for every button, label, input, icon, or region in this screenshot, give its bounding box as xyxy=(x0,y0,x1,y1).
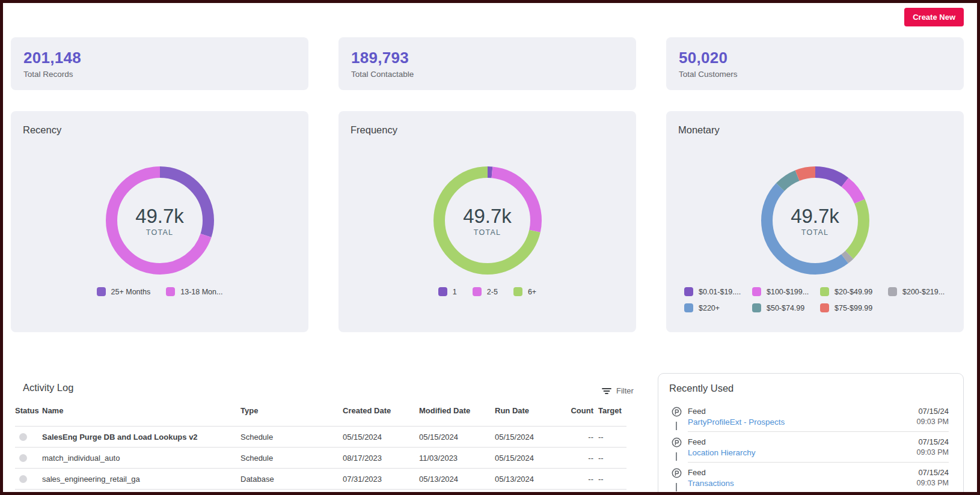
name-cell: SalesEng Purge DB and Load Lookups v2 xyxy=(42,433,240,442)
legend-item[interactable]: $200-$219... xyxy=(888,287,956,296)
status-cell xyxy=(15,454,42,462)
legend-item[interactable]: $50-$74.99 xyxy=(752,303,820,312)
donut-chart[interactable]: 49.7k TOTAL xyxy=(433,166,542,275)
table-row[interactable]: sales_engineering_retail_ga Database 07/… xyxy=(15,469,626,490)
legend-item[interactable]: $20-$49.99 xyxy=(820,287,888,296)
legend-label: 25+ Months xyxy=(111,288,151,296)
legend-label: $0.01-$19.... xyxy=(699,288,741,296)
run-date-cell: 05/13/2024 xyxy=(495,475,555,484)
legend-label: $220+ xyxy=(699,304,720,312)
legend-label: 2-5 xyxy=(487,288,498,296)
legend-label: $200-$219... xyxy=(902,288,945,296)
donut-chart[interactable]: 49.7k TOTAL xyxy=(761,166,869,275)
legend-label: 1 xyxy=(453,288,457,296)
item-link[interactable]: PartyProfileExt - Prospects xyxy=(688,418,785,427)
filter-icon xyxy=(602,387,611,395)
timeline-connector xyxy=(676,483,677,491)
donut-chart[interactable]: 49.7k TOTAL xyxy=(106,166,214,275)
legend-item[interactable]: 2-5 xyxy=(473,287,498,296)
column-header: Status xyxy=(15,406,42,415)
legend-label: $100-$199... xyxy=(767,288,809,296)
chart-card: Recency 49.7k TOTAL 25+ Months 13-18 Mon… xyxy=(11,111,308,332)
legend-label: $50-$74.99 xyxy=(767,304,804,312)
chart-legend: 25+ Months 13-18 Mon... xyxy=(11,287,308,296)
donut-svg xyxy=(761,166,869,275)
legend-label: $20-$49.99 xyxy=(835,288,872,296)
legend-label: $75-$99.99 xyxy=(835,304,872,312)
dashboard-page: Create New 201,148 Total Records 189,793… xyxy=(3,3,977,492)
legend-swatch-icon xyxy=(820,287,829,296)
stat-card: 50,020 Total Customers xyxy=(666,37,964,90)
stat-card: 189,793 Total Contactable xyxy=(338,37,636,90)
filter-button[interactable]: Filter xyxy=(602,386,634,395)
type-cell: Database xyxy=(240,475,343,484)
legend-item[interactable]: 13-18 Mon... xyxy=(166,287,222,296)
activity-log-title: Activity Log xyxy=(23,382,73,393)
donut-svg xyxy=(106,166,214,275)
list-item: Feed PartyProfileExt - Prospects 07/15/2… xyxy=(658,401,963,432)
target-cell: -- xyxy=(593,433,626,442)
legend-swatch-icon xyxy=(97,287,106,296)
legend-label: 13-18 Mon... xyxy=(180,288,222,296)
modified-date-cell: 11/03/2023 xyxy=(419,454,495,463)
table-row[interactable]: SalesEng Purge DB and Load Lookups v2 Sc… xyxy=(15,427,626,448)
table-row[interactable]: match_individual_auto Schedule 08/17/202… xyxy=(15,448,626,469)
chart-title: Monetary xyxy=(678,124,720,136)
created-date-cell: 08/17/2023 xyxy=(343,454,419,463)
status-cell xyxy=(15,475,42,483)
created-date-cell: 07/31/2023 xyxy=(343,475,419,484)
run-date-cell: 05/15/2024 xyxy=(495,433,555,442)
legend-item[interactable]: 1 xyxy=(438,287,457,296)
column-header: Run Date xyxy=(495,406,555,415)
column-header: Target xyxy=(593,406,626,415)
legend-item[interactable]: $75-$99.99 xyxy=(820,303,888,312)
timeline-connector xyxy=(676,452,677,461)
create-new-button[interactable]: Create New xyxy=(904,8,964,26)
target-cell: -- xyxy=(593,475,626,484)
item-link[interactable]: Location Hierarchy xyxy=(688,448,756,457)
donut-svg xyxy=(433,166,542,275)
table-body: SalesEng Purge DB and Load Lookups v2 Sc… xyxy=(15,427,626,490)
feed-icon xyxy=(672,468,682,478)
status-icon xyxy=(19,454,27,462)
name-cell: match_individual_auto xyxy=(42,454,240,463)
column-header: Created Date xyxy=(343,406,419,415)
legend-swatch-icon xyxy=(684,287,693,296)
item-time: 09:03 PM xyxy=(916,448,949,457)
item-link[interactable]: Transactions xyxy=(688,479,734,488)
chart-title: Frequency xyxy=(351,124,397,136)
legend-item[interactable]: $0.01-$19.... xyxy=(684,287,752,296)
legend-swatch-icon xyxy=(166,287,175,296)
stat-label: Total Customers xyxy=(679,70,964,79)
item-type: Feed xyxy=(688,437,756,446)
legend-item[interactable]: 6+ xyxy=(513,287,536,296)
column-header: Modified Date xyxy=(419,406,495,415)
count-cell: -- xyxy=(555,454,593,463)
column-header: Count xyxy=(555,406,593,415)
list-item: Feed Transactions 07/15/24 09:03 PM xyxy=(658,463,963,492)
modified-date-cell: 05/13/2024 xyxy=(419,475,495,484)
count-cell: -- xyxy=(555,475,593,484)
charts-row: Recency 49.7k TOTAL 25+ Months 13-18 Mon… xyxy=(11,111,964,332)
run-date-cell: 05/15/2024 xyxy=(495,454,555,463)
stats-row: 201,148 Total Records 189,793 Total Cont… xyxy=(11,37,964,90)
legend-swatch-icon xyxy=(820,303,829,312)
chart-legend: 1 2-5 6+ xyxy=(338,287,636,296)
legend-item[interactable]: 25+ Months xyxy=(97,287,151,296)
stat-label: Total Contactable xyxy=(351,70,636,79)
target-cell: -- xyxy=(593,454,626,463)
legend-item[interactable]: $220+ xyxy=(684,303,752,312)
legend-swatch-icon xyxy=(473,287,482,296)
chart-title: Recency xyxy=(23,124,61,136)
legend-swatch-icon xyxy=(438,287,447,296)
legend-swatch-icon xyxy=(888,287,897,296)
item-time: 09:03 PM xyxy=(916,418,949,427)
status-icon xyxy=(19,433,27,441)
column-header: Name xyxy=(42,406,240,415)
feed-icon xyxy=(672,437,682,448)
legend-item[interactable]: $100-$199... xyxy=(752,287,820,296)
recently-used-list: Feed PartyProfileExt - Prospects 07/15/2… xyxy=(658,401,963,492)
list-item: Feed Location Hierarchy 07/15/24 09:03 P… xyxy=(658,432,963,463)
count-cell: -- xyxy=(555,433,593,442)
stat-value: 189,793 xyxy=(351,49,636,67)
